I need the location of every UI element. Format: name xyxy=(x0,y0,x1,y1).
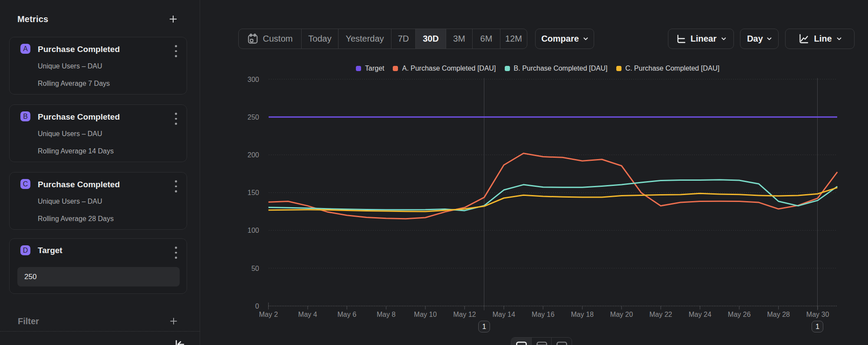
svg-text:May 16: May 16 xyxy=(532,311,555,318)
svg-text:150: 150 xyxy=(247,189,259,196)
svg-text:May 22: May 22 xyxy=(649,311,672,318)
svg-text:May 6: May 6 xyxy=(338,311,357,318)
svg-text:May 28: May 28 xyxy=(767,311,790,318)
svg-text:May 8: May 8 xyxy=(377,311,396,318)
svg-text:May 26: May 26 xyxy=(728,311,751,318)
svg-text:May 30: May 30 xyxy=(806,311,829,318)
svg-text:May 4: May 4 xyxy=(298,311,317,318)
svg-text:300: 300 xyxy=(247,76,259,83)
svg-text:May 18: May 18 xyxy=(571,311,594,318)
svg-text:250: 250 xyxy=(247,114,259,121)
svg-text:100: 100 xyxy=(247,227,259,234)
svg-text:May 24: May 24 xyxy=(689,311,712,318)
svg-text:May 20: May 20 xyxy=(610,311,633,318)
svg-text:May 10: May 10 xyxy=(414,311,437,318)
svg-text:200: 200 xyxy=(247,151,259,159)
svg-text:May 14: May 14 xyxy=(493,311,516,318)
svg-text:50: 50 xyxy=(251,265,259,272)
svg-text:May 2: May 2 xyxy=(259,311,278,318)
svg-text:0: 0 xyxy=(255,303,259,310)
svg-text:May 12: May 12 xyxy=(453,311,476,318)
